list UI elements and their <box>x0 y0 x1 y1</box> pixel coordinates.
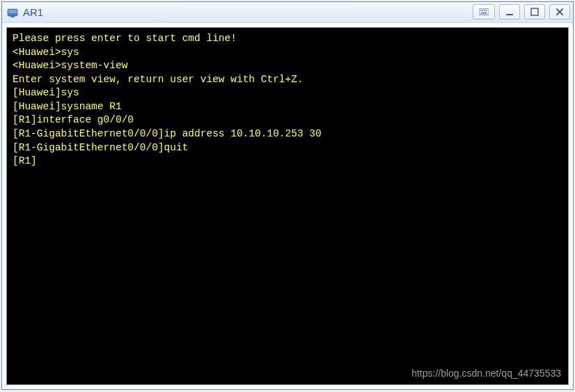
app-icon <box>6 6 19 19</box>
terminal-line: <Huawei>sys <box>13 46 562 60</box>
close-button[interactable] <box>549 4 570 19</box>
terminal-line: [R1-GigabitEthernet0/0/0]ip address 10.1… <box>13 127 562 141</box>
svg-rect-6 <box>484 10 485 11</box>
keyboard-button[interactable] <box>473 4 495 19</box>
watermark: https://blog.csdn.net/qq_44735533 <box>411 367 561 380</box>
terminal-line: [R1-GigabitEthernet0/0/0]quit <box>13 141 562 155</box>
minimize-button[interactable] <box>499 4 520 19</box>
terminal-line: [R1]interface g0/0/0 <box>13 113 562 127</box>
terminal-wrapper: Please press enter to start cmd line! <H… <box>2 23 573 389</box>
window-controls <box>473 4 570 19</box>
terminal-line: [Huawei]sys <box>13 86 562 100</box>
terminal-line: <Huawei>system-view <box>13 59 562 73</box>
svg-rect-7 <box>486 10 487 11</box>
maximize-button[interactable] <box>524 4 545 19</box>
svg-rect-5 <box>482 10 483 11</box>
terminal[interactable]: Please press enter to start cmd line! <H… <box>6 27 569 385</box>
terminal-line: Please press enter to start cmd line! <box>13 32 562 46</box>
window-title: AR1 <box>23 6 43 18</box>
terminal-line: [R1] <box>13 155 562 168</box>
svg-rect-2 <box>10 16 15 17</box>
svg-rect-1 <box>8 10 17 13</box>
terminal-line: Enter system view, return user view with… <box>13 73 562 87</box>
svg-rect-4 <box>480 10 482 11</box>
svg-rect-9 <box>506 14 513 15</box>
app-window: AR1 <box>1 1 574 390</box>
svg-rect-8 <box>481 13 487 14</box>
svg-rect-3 <box>479 9 489 15</box>
titlebar[interactable]: AR1 <box>2 2 573 23</box>
svg-rect-10 <box>531 8 538 15</box>
terminal-line: [Huawei]sysname R1 <box>13 100 562 114</box>
